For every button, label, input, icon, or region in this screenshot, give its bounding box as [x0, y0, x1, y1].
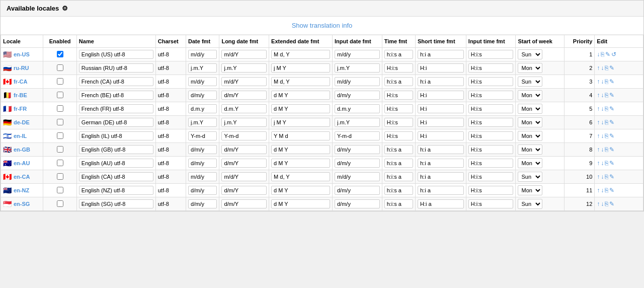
move-down-btn[interactable]: ↓: [601, 78, 604, 85]
time-fmt-input[interactable]: [384, 63, 413, 73]
long-date-fmt-input[interactable]: [221, 199, 267, 208]
enabled-checkbox[interactable]: [57, 187, 63, 193]
date-fmt-input[interactable]: [188, 91, 217, 100]
input-date-fmt-input[interactable]: [335, 77, 380, 86]
short-time-fmt-input[interactable]: [418, 172, 464, 181]
long-date-fmt-input[interactable]: [221, 104, 267, 113]
edit-btn[interactable]: ✎: [609, 92, 614, 99]
locale-link[interactable]: en-US: [14, 51, 30, 57]
move-up-btn[interactable]: ↑: [597, 160, 600, 167]
enabled-checkbox[interactable]: [57, 92, 63, 98]
move-up-btn[interactable]: ↑: [597, 200, 600, 207]
name-input[interactable]: [79, 104, 153, 113]
edit-btn[interactable]: ✎: [605, 51, 610, 58]
input-date-fmt-input[interactable]: [335, 91, 380, 100]
start-of-week-select[interactable]: SunMonTueWedThuFriSat: [518, 117, 542, 127]
date-fmt-input[interactable]: [188, 50, 217, 59]
locale-link[interactable]: fr-FR: [14, 106, 27, 112]
name-input[interactable]: [79, 199, 153, 208]
date-fmt-input[interactable]: [188, 172, 217, 181]
move-down-btn[interactable]: ↓: [597, 51, 600, 58]
ext-date-fmt-input[interactable]: [271, 199, 330, 208]
date-fmt-input[interactable]: [188, 77, 217, 86]
name-input[interactable]: [79, 50, 153, 59]
move-up-btn[interactable]: ↑: [597, 146, 600, 153]
move-up-btn[interactable]: ↑: [597, 78, 600, 85]
edit-btn[interactable]: ✎: [609, 160, 614, 167]
short-time-fmt-input[interactable]: [418, 104, 464, 113]
enabled-checkbox[interactable]: [57, 132, 63, 139]
copy-btn[interactable]: ⎘: [605, 92, 608, 99]
name-input[interactable]: [79, 91, 153, 100]
name-input[interactable]: [79, 77, 153, 86]
start-of-week-select[interactable]: SunMonTueWedThuFriSat: [518, 90, 542, 100]
start-of-week-select[interactable]: SunMonTueWedThuFriSat: [518, 49, 542, 59]
enabled-checkbox[interactable]: [57, 146, 63, 153]
start-of-week-select[interactable]: SunMonTueWedThuFriSat: [518, 158, 542, 168]
date-fmt-input[interactable]: [188, 118, 217, 127]
move-down-btn[interactable]: ↓: [601, 200, 604, 207]
input-time-fmt-input[interactable]: [468, 50, 514, 59]
enabled-checkbox[interactable]: [57, 200, 63, 207]
edit-btn[interactable]: ✎: [609, 78, 614, 85]
move-down-btn[interactable]: ↓: [601, 64, 604, 71]
ext-date-fmt-input[interactable]: [271, 145, 330, 154]
name-input[interactable]: [79, 63, 153, 73]
ext-date-fmt-input[interactable]: [271, 63, 330, 73]
input-time-fmt-input[interactable]: [468, 63, 514, 73]
copy-btn[interactable]: ⎘: [605, 78, 608, 85]
time-fmt-input[interactable]: [384, 91, 413, 100]
start-of-week-select[interactable]: SunMonTueWedThuFriSat: [518, 131, 542, 141]
short-time-fmt-input[interactable]: [418, 199, 464, 208]
enabled-checkbox[interactable]: [57, 78, 63, 85]
edit-btn[interactable]: ✎: [609, 200, 614, 207]
long-date-fmt-input[interactable]: [221, 186, 267, 195]
ext-date-fmt-input[interactable]: [271, 104, 330, 113]
locale-link[interactable]: en-SG: [14, 201, 30, 207]
short-time-fmt-input[interactable]: [418, 186, 464, 195]
ext-date-fmt-input[interactable]: [271, 91, 330, 100]
move-up-btn[interactable]: ↑: [597, 187, 600, 194]
move-down-btn[interactable]: ↓: [601, 173, 604, 180]
copy-btn[interactable]: ⎘: [605, 119, 608, 126]
ext-date-fmt-input[interactable]: [271, 172, 330, 181]
move-down-btn[interactable]: ↓: [601, 132, 604, 139]
enabled-checkbox[interactable]: [57, 119, 63, 125]
locale-link[interactable]: en-GB: [14, 147, 30, 153]
locale-link[interactable]: en-NZ: [14, 187, 29, 193]
long-date-fmt-input[interactable]: [221, 77, 267, 86]
short-time-fmt-input[interactable]: [418, 131, 464, 140]
input-time-fmt-input[interactable]: [468, 172, 514, 181]
short-time-fmt-input[interactable]: [418, 77, 464, 86]
input-date-fmt-input[interactable]: [335, 172, 380, 181]
ext-date-fmt-input[interactable]: [271, 50, 330, 59]
edit-btn[interactable]: ✎: [609, 173, 614, 180]
date-fmt-input[interactable]: [188, 159, 217, 168]
start-of-week-select[interactable]: SunMonTueWedThuFriSat: [518, 77, 542, 87]
long-date-fmt-input[interactable]: [221, 91, 267, 100]
input-date-fmt-input[interactable]: [335, 50, 380, 59]
start-of-week-select[interactable]: SunMonTueWedThuFriSat: [518, 172, 542, 182]
name-input[interactable]: [79, 131, 153, 140]
move-up-btn[interactable]: ↑: [597, 119, 600, 126]
short-time-fmt-input[interactable]: [418, 91, 464, 100]
start-of-week-select[interactable]: SunMonTueWedThuFriSat: [518, 145, 542, 155]
move-down-btn[interactable]: ↓: [601, 105, 604, 112]
input-date-fmt-input[interactable]: [335, 159, 380, 168]
copy-btn[interactable]: ⎘: [605, 200, 608, 207]
copy-btn[interactable]: ⎘: [605, 173, 608, 180]
name-input[interactable]: [79, 145, 153, 154]
move-up-btn[interactable]: ↑: [597, 105, 600, 112]
input-time-fmt-input[interactable]: [468, 104, 514, 113]
ext-date-fmt-input[interactable]: [271, 118, 330, 127]
long-date-fmt-input[interactable]: [221, 118, 267, 127]
time-fmt-input[interactable]: [384, 172, 413, 181]
long-date-fmt-input[interactable]: [221, 50, 267, 59]
enabled-checkbox[interactable]: [57, 160, 63, 166]
enabled-checkbox[interactable]: [57, 64, 63, 71]
ext-date-fmt-input[interactable]: [271, 159, 330, 168]
move-up-btn[interactable]: ↑: [597, 92, 600, 99]
name-input[interactable]: [79, 172, 153, 181]
enabled-checkbox[interactable]: [57, 51, 63, 57]
time-fmt-input[interactable]: [384, 118, 413, 127]
